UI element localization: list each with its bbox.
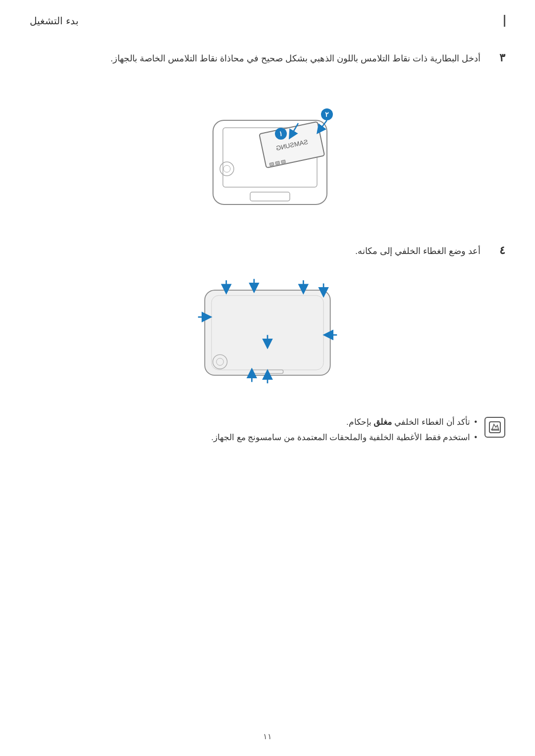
step-3-row: ٣ أدخل البطارية ذات نقاط التلامس باللون … [30, 51, 505, 66]
page-header: بدء التشغيل [30, 15, 505, 27]
cover-diagram [173, 273, 362, 392]
pencil-icon [488, 420, 502, 434]
notes-list: • تأكد أن الغطاء الخلفي مغلق بإحكام. • ا… [211, 417, 477, 448]
note-item-1: • تأكد أن الغطاء الخلفي مغلق بإحكام. [211, 417, 477, 427]
svg-rect-8 [275, 161, 280, 165]
battery-diagram-container: SAMSUNG ١ ٢ [30, 81, 505, 219]
svg-text:١: ١ [279, 130, 283, 138]
bullet-2: • [474, 433, 477, 442]
battery-diagram: SAMSUNG ١ ٢ [173, 81, 362, 219]
svg-text:٢: ٢ [325, 110, 329, 118]
back-cover-svg [173, 273, 362, 392]
notes-section: • تأكد أن الغطاء الخلفي مغلق بإحكام. • ا… [30, 417, 505, 448]
step-3-number: ٣ [488, 51, 505, 64]
page-container: بدء التشغيل ٣ أدخل البطارية ذات نقاط الت… [0, 0, 535, 756]
page-title: بدء التشغيل [30, 15, 79, 27]
bullet-1: • [474, 417, 477, 426]
page-number: ١١ [263, 732, 272, 741]
svg-point-3 [220, 162, 234, 176]
battery-insertion-svg: SAMSUNG ١ ٢ [173, 81, 362, 219]
cover-diagram-container [30, 273, 505, 392]
step-4-number: ٤ [488, 244, 505, 257]
step-3-text: أدخل البطارية ذات نقاط التلامس باللون ال… [110, 51, 481, 66]
svg-point-4 [223, 165, 230, 172]
svg-rect-30 [489, 422, 500, 433]
note-text-1: تأكد أن الغطاء الخلفي مغلق بإحكام. [346, 417, 470, 427]
svg-rect-2 [250, 192, 290, 201]
step-4-row: ٤ أعد وضع الغطاء الخلفي إلى مكانه. [30, 244, 505, 258]
svg-rect-7 [269, 162, 274, 166]
note-text-2: استخدم فقط الأغطية الخلفية والملحقات الم… [211, 432, 470, 443]
svg-rect-9 [281, 160, 285, 164]
step-4-text: أعد وضع الغطاء الخلفي إلى مكانه. [355, 244, 481, 258]
note-icon [484, 417, 505, 438]
note-item-2: • استخدم فقط الأغطية الخلفية والملحقات ا… [211, 432, 477, 443]
